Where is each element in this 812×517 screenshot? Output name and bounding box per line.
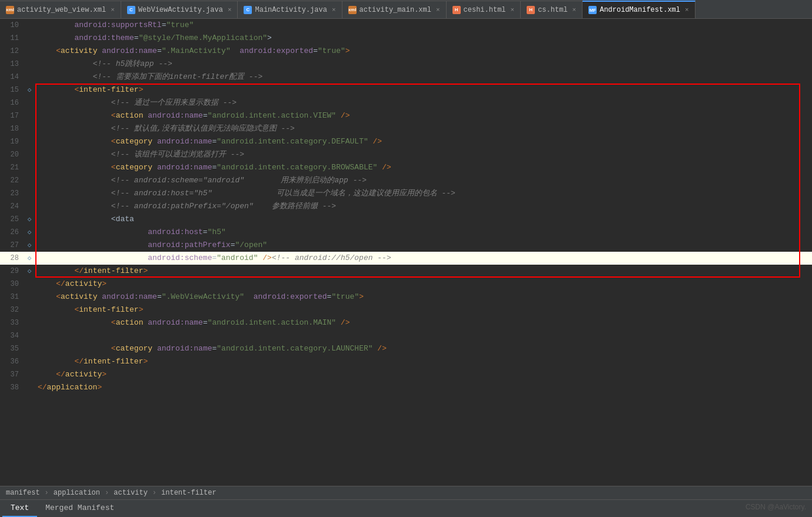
code-cell-20[interactable]: <!-- 该组件可以通过浏览器打开 --> [35,148,812,161]
gutter-15: ◇ [24,84,35,96]
code-cell-29[interactable]: </intent-filter> [35,265,812,278]
chevron-3: › [152,489,157,497]
gutter-34 [24,329,35,342]
gutter-11 [24,32,35,45]
gutter-25: ◇ [24,213,35,226]
tab-activity_main_xml[interactable]: xml activity_main.xml × [342,1,447,18]
comment-23: <!-- android:host="h5" 可以当成是一个域名，这边建议使用应… [111,189,455,198]
line-number-27: 27 [0,239,24,252]
line-row-35: 35 <category android:name="android.inten… [0,342,812,355]
tab-activity_web_view[interactable]: xml activity_web_view.xml × [0,1,121,18]
line-row-19: 19 <category android:name="android.inten… [0,135,812,148]
code-cell-36[interactable]: </intent-filter> [35,355,812,368]
code-cell-21[interactable]: <category android:name="android.intent.c… [35,161,812,174]
line-row-32: 32 <intent-filter> [0,303,812,316]
gutter-30 [24,278,35,291]
code-cell-16[interactable]: <!-- 通过一个应用来显示数据 --> [35,96,812,109]
editor-area: 10 android:supportsRtl="true"11 android:… [0,19,812,486]
code-cell-33[interactable]: <action android:name="android.intent.act… [35,316,812,329]
gutter-37 [24,368,35,381]
tab-label-webview_activity: WebViewActivity.java [138,6,223,14]
line-number-16: 16 [0,96,24,109]
tab-ceshi_html[interactable]: H ceshi.html × [447,1,521,18]
tab-webview_activity[interactable]: C WebViewActivity.java × [121,1,238,18]
code-cell-12[interactable]: <activity android:name=".MainActivity" a… [35,45,812,58]
breadcrumb-activity[interactable]: activity [114,489,148,497]
tab-label-ceshi_html: ceshi.html [464,6,506,14]
tab-label-activity_main_xml: activity_main.xml [360,6,431,14]
line-row-14: 14 <!-- 需要添加下面的intent-filter配置 --> [0,71,812,84]
breadcrumb-bar: manifest › application › activity › inte… [0,486,812,499]
tab-close-webview_activity[interactable]: × [228,6,232,14]
code-cell-10[interactable]: android:supportsRtl="true" [35,19,812,32]
tab-text[interactable]: Text [2,500,37,517]
tab-android_manifest[interactable]: MF AndroidManifest.xml × [583,1,695,18]
watermark: CSDN @AaVictory. [746,503,806,511]
code-cell-19[interactable]: <category android:name="android.intent.c… [35,135,812,148]
tab-cs_html[interactable]: H cs.html × [521,1,583,18]
gutter-14 [24,71,35,84]
bracket-28: /> [258,254,271,262]
gutter-29: ◇ [24,265,35,278]
code-cell-28[interactable]: android:scheme="android" /><!-- android:… [35,252,812,265]
line-number-38: 38 [0,381,24,394]
code-cell-26[interactable]: android:host="h5" [35,226,812,239]
gutter-31 [24,291,35,303]
comment-18: <!-- 默认值,没有该默认值则无法响应隐式意图 --> [111,124,295,133]
tab-label-activity_web_view: activity_web_view.xml [17,6,106,14]
tab-merged-manifest[interactable]: Merged Manifest [37,500,122,517]
line-row-24: 24 <!-- android:pathPrefix="/open" 参数路径前… [0,200,812,213]
code-cell-27[interactable]: android:pathPrefix="/open" [35,239,812,252]
breadcrumb-application[interactable]: application [54,489,100,497]
line-number-35: 35 [0,342,24,355]
line-number-21: 21 [0,161,24,174]
tab-close-android_manifest[interactable]: × [685,6,689,14]
tab-icon-android_manifest: MF [588,6,597,14]
line-row-33: 33 <action android:name="android.intent.… [0,316,812,329]
line-row-30: 30 </activity> [0,278,812,291]
tab-label-main_activity_java: MainActivity.java [255,6,327,14]
code-cell-23[interactable]: <!-- android:host="h5" 可以当成是一个域名，这边建议使用应… [35,187,812,200]
tab-close-activity_web_view[interactable]: × [111,6,115,14]
gutter-26: ◇ [24,226,35,239]
tab-close-cs_html[interactable]: × [573,6,577,14]
code-cell-35[interactable]: <category android:name="android.intent.c… [35,342,812,355]
tab-bar: xml activity_web_view.xml × C WebViewAct… [0,0,812,19]
tab-close-ceshi_html[interactable]: × [511,6,515,14]
line-row-26: 26◇ android:host="h5" [0,226,812,239]
line-number-32: 32 [0,303,24,316]
chevron-2: › [105,489,109,497]
tab-icon-activity_web_view: xml [6,6,14,14]
gutter-32 [24,303,35,316]
code-cell-11[interactable]: android:theme="@style/Theme.MyApplicatio… [35,32,812,45]
tab-close-activity_main_xml[interactable]: × [436,6,440,14]
breadcrumb-manifest[interactable]: manifest [6,489,40,497]
code-cell-25[interactable]: <data [35,213,812,226]
line-number-17: 17 [0,109,24,122]
breadcrumb-intent-filter[interactable]: intent-filter [161,489,217,497]
code-cell-24[interactable]: <!-- android:pathPrefix="/open" 参数路径前缀 -… [35,200,812,213]
line-row-20: 20 <!-- 该组件可以通过浏览器打开 --> [0,148,812,161]
code-cell-37[interactable]: </activity> [35,368,812,381]
code-cell-38[interactable]: </application> [35,381,812,394]
code-cell-30[interactable]: </activity> [35,278,812,291]
tab-main_activity_java[interactable]: C MainActivity.java × [238,1,342,18]
code-cell-31[interactable]: <activity android:name=".WebViewActivity… [35,291,812,303]
line-row-22: 22 <!-- android:scheme="android" 用来辨别启动的… [0,174,812,187]
code-cell-32[interactable]: <intent-filter> [35,303,812,316]
line-row-25: 25◇ <data [0,213,812,226]
line-number-19: 19 [0,135,24,148]
code-cell-15[interactable]: <intent-filter> [35,84,812,96]
gutter-19 [24,135,35,148]
line-number-23: 23 [0,187,24,200]
line-row-18: 18 <!-- 默认值,没有该默认值则无法响应隐式意图 --> [0,122,812,135]
code-cell-13[interactable]: <!-- h5跳转app --> [35,58,812,71]
code-cell-14[interactable]: <!-- 需要添加下面的intent-filter配置 --> [35,71,812,84]
gutter-28: ◇ [24,252,35,265]
tab-icon-main_activity_java: C [244,6,252,14]
code-cell-34[interactable] [35,329,812,342]
tab-close-main_activity_java[interactable]: × [332,6,336,14]
code-cell-17[interactable]: <action android:name="android.intent.act… [35,109,812,122]
code-cell-22[interactable]: <!-- android:scheme="android" 用来辨别启动的app… [35,174,812,187]
code-cell-18[interactable]: <!-- 默认值,没有该默认值则无法响应隐式意图 --> [35,122,812,135]
